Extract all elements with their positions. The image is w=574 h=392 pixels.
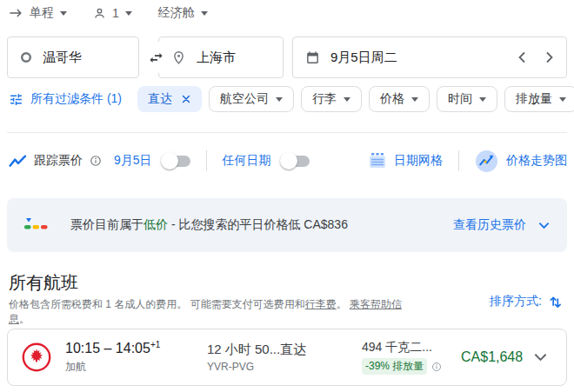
baggage-fees-link[interactable]: 行李费 [305,298,337,310]
any-dates-toggle[interactable] [282,156,310,167]
chip-emissions[interactable]: 排放量 [504,86,574,112]
close-icon[interactable] [181,94,191,104]
plus-days-superscript: +1 [150,340,160,349]
previous-date-button[interactable] [517,51,526,63]
track-date-label[interactable]: 9月5日 [114,153,152,169]
destination-field[interactable]: 上海市 [158,37,284,78]
location-pin-icon [171,50,186,65]
caret-down-icon [479,97,486,102]
origin-field[interactable]: 温哥华 [7,37,139,78]
chip-bags[interactable]: 行李 [301,86,362,112]
origin-circle-icon [20,51,32,63]
caret-down-icon [559,97,566,102]
vertical-divider [206,150,207,171]
trip-options-bar: 单程 1 经济舱 [9,5,208,21]
destination-value: 上海市 [197,50,236,66]
air-canada-logo [22,342,51,372]
origin-value: 温哥华 [43,50,82,66]
track-prices-label: 跟踪票价 [34,153,83,169]
price-insight-banner: 票价目前属于低价 - 比您搜索的平日价格低 CA$836 查看历史票价 [7,198,567,252]
stops-text: 直达 [280,342,306,356]
insight-prefix: 票价目前属于 [70,217,144,231]
duration-stops: 12 小时 50...直达 [207,342,362,358]
google-flights-page: 单程 1 经济舱 温哥华 上海市 [0,0,574,392]
disclaimer-sep: 。 [337,298,350,310]
price-graph-label: 价格走势图 [506,153,567,169]
vertical-divider [458,150,459,171]
times-column: 10:15 – 14:05+1 加航 [65,340,207,374]
disclaimer-period: 。 [19,313,30,325]
date-field[interactable]: 9月5日周二 [292,37,567,78]
emissions-badge: -39% 排放量 [362,358,427,375]
cabin-class-label: 经济舱 [158,5,195,21]
all-filters-button[interactable]: 所有过滤条件 (1) [9,91,122,107]
trend-line-icon [9,155,27,168]
emissions-badge-row: -39% 排放量 [362,358,456,375]
route-text: YVR-PVG [207,361,362,373]
price-insight-text: 票价目前属于低价 - 比您搜索的平日价格低 CA$836 [70,217,348,233]
all-filters-label: 所有过滤条件 (1) [30,91,122,107]
caret-down-icon [201,11,208,16]
price-level-icon [24,217,48,234]
sort-arrows-icon [549,295,562,309]
chip-airlines-label: 航空公司 [220,91,269,107]
passengers-select[interactable]: 1 [93,6,132,20]
chip-emissions-label: 排放量 [516,91,552,107]
view-price-history-button[interactable]: 查看历史票价 [453,217,550,233]
caret-down-icon [344,97,350,102]
chip-price[interactable]: 价格 [369,86,430,112]
swap-airports-button[interactable] [139,42,172,73]
date-grid-button[interactable]: 日期网格 [369,152,443,169]
flight-result-row[interactable]: 10:15 – 14:05+1 加航 12 小时 50...直达 YVR-PVG… [7,329,567,386]
swap-horizontal-icon [148,50,164,66]
emissions-column: 494 千克二... -39% 排放量 [362,340,456,375]
trip-type-select[interactable]: 单程 [9,5,67,21]
track-prices-label-group: 跟踪票价 [9,153,102,169]
view-tools: 日期网格 价格走势图 [369,149,567,173]
disclaimer-text: 价格包含所需税费和 1 名成人的费用。 可能需要支付可选费用和 [9,298,305,310]
chip-times[interactable]: 时间 [437,86,497,112]
caret-down-icon [125,11,132,16]
filter-row: 所有过滤条件 (1) 直达 航空公司 行李 价格 时间 排放量 [9,85,574,113]
caret-down-icon [411,97,418,102]
cabin-class-select[interactable]: 经济舱 [158,5,208,21]
price-tracking-row: 跟踪票价 9月5日 任何日期 日期网格 价格走势图 [9,144,567,177]
person-icon [93,7,106,20]
caret-down-icon [60,11,67,16]
date-grid-icon [369,152,386,169]
times-text: 10:15 – 14:05 [65,342,150,356]
price-graph-button[interactable]: 价格走势图 [475,149,567,173]
one-way-arrow-icon [9,7,23,19]
info-icon[interactable] [431,362,442,372]
chip-price-label: 价格 [380,91,404,107]
flight-times: 10:15 – 14:05+1 [65,340,207,356]
emissions-amount: 494 千克二... [362,340,456,355]
chip-nonstop-active[interactable]: 直达 [137,86,202,112]
date-grid-label: 日期网格 [394,153,443,169]
date-value: 9月5日周二 [330,50,397,66]
date-nav [517,51,554,63]
filter-tune-icon [9,92,23,107]
insight-level: 低价 [144,217,168,231]
sort-by-button[interactable]: 排序方式: [490,294,562,309]
airline-name: 加航 [65,360,207,375]
search-row: 温哥华 上海市 9月5日周二 [7,37,567,78]
chip-nonstop-label: 直达 [148,91,172,107]
caret-down-icon [276,97,283,102]
chip-bags-label: 行李 [312,91,337,107]
duration-text: 12 小时 50... [207,342,280,356]
price-graph-icon [475,149,498,173]
all-flights-heading: 所有航班 [9,271,78,295]
view-price-history-label: 查看历史票价 [453,217,526,233]
track-date-toggle[interactable] [163,156,190,167]
calendar-icon [305,50,320,65]
flight-price: CA$1,648 [461,349,523,365]
duration-column: 12 小时 50...直达 YVR-PVG [207,342,362,373]
chip-airlines[interactable]: 航空公司 [209,86,294,112]
any-dates-label[interactable]: 任何日期 [223,153,271,169]
expand-flight-button[interactable] [534,353,552,362]
trip-type-label: 单程 [30,5,54,21]
next-date-button[interactable] [545,51,554,63]
passenger-count: 1 [112,6,119,20]
info-icon[interactable] [90,155,102,167]
